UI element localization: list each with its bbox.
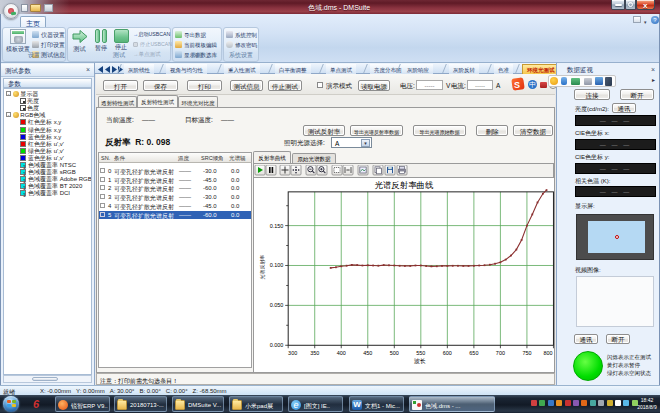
- svg-text:350: 350: [310, 350, 319, 356]
- svg-text:光谱反射率曲线: 光谱反射率曲线: [375, 180, 434, 190]
- svg-text:750: 750: [522, 350, 531, 356]
- svg-text:波长: 波长: [414, 358, 426, 364]
- svg-text:500: 500: [390, 350, 399, 356]
- svg-text:700: 700: [496, 350, 505, 356]
- svg-text:0.100: 0.100: [270, 262, 284, 268]
- svg-text:600: 600: [443, 350, 452, 356]
- svg-text:400: 400: [337, 350, 346, 356]
- svg-text:0.050: 0.050: [270, 302, 284, 308]
- svg-text:450: 450: [363, 350, 372, 356]
- svg-text:550: 550: [416, 350, 425, 356]
- svg-text:800: 800: [543, 350, 552, 356]
- svg-text:650: 650: [469, 350, 478, 356]
- svg-text:0.150: 0.150: [270, 223, 284, 229]
- svg-text:0.000: 0.000: [270, 342, 284, 348]
- svg-text:光谱反射率: 光谱反射率: [259, 255, 266, 280]
- svg-text:300: 300: [288, 350, 297, 356]
